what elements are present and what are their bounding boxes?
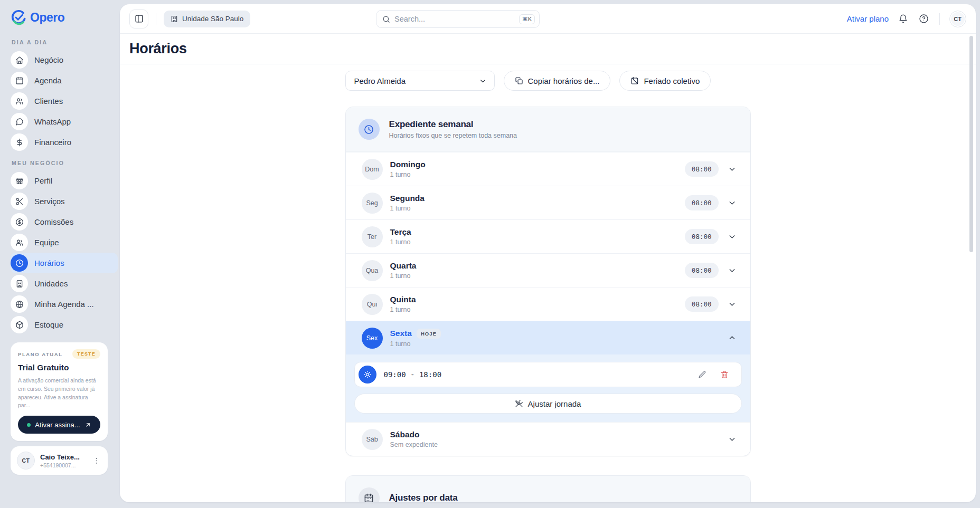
sidebar-item-label: WhatsApp — [34, 117, 71, 126]
day-meta: 1 turno — [390, 205, 425, 212]
day-meta: 1 turno — [390, 238, 411, 246]
plan-description: A ativação comercial ainda está em curso… — [18, 377, 100, 410]
sidebar-item-perfil[interactable]: Perfil — [11, 170, 108, 191]
plan-title: Trial Gratuito — [18, 363, 100, 372]
day-name: Domingo — [390, 160, 426, 169]
unit-selector[interactable]: Unidade São Paulo — [164, 11, 250, 27]
user-phone: +554190007... — [40, 462, 85, 468]
page-header: Horários — [120, 34, 976, 64]
sidebar-item-label: Perfil — [34, 176, 52, 185]
copy-icon — [515, 76, 523, 85]
user-name: Caio Teixe... — [40, 453, 85, 461]
sidebar-item-clientes[interactable]: Clientes — [11, 91, 108, 111]
sidebar-item-label: Clientes — [34, 97, 63, 106]
day-row-sexta[interactable]: Sex Sexta HOJE 1 turno — [346, 321, 750, 354]
day-row-quinta[interactable]: Qui Quinta 1 turno 08:00 — [346, 287, 750, 321]
employee-select[interactable]: Pedro Almeida — [345, 71, 495, 91]
delete-shift-button[interactable] — [719, 369, 730, 380]
avatar[interactable]: CT — [949, 11, 966, 27]
search-icon — [382, 15, 390, 23]
calendar-icon — [11, 72, 28, 89]
adjust-workday-label: Ajustar jornada — [528, 399, 581, 408]
weekly-schedule-card: Expediente semanal Horários fixos que se… — [345, 107, 751, 456]
weekly-card-header: Expediente semanal Horários fixos que se… — [346, 107, 750, 152]
sidebar-toggle-button[interactable] — [129, 9, 148, 28]
date-adjustments-header: Ajustes por data — [346, 476, 750, 502]
home-icon — [11, 51, 28, 69]
day-abbr-badge: Qui — [362, 294, 383, 315]
plan-card: PLANO ATUAL TESTE Trial Gratuito A ativa… — [11, 342, 108, 441]
sidebar-item-comissoes[interactable]: Comissões — [11, 212, 108, 232]
date-adjustments-card: Ajustes por data — [345, 475, 751, 502]
controls-row: Pedro Almeida Copiar horários de... Feri… — [345, 71, 751, 91]
day-row-segunda[interactable]: Seg Segunda 1 turno 08:00 — [346, 186, 750, 219]
activate-plan-link[interactable]: Ativar plano — [847, 14, 889, 23]
dollar-icon — [11, 133, 28, 151]
day-meta: 1 turno — [390, 340, 441, 348]
sidebar-item-financeiro[interactable]: Financeiro — [11, 132, 108, 152]
day-row-quarta[interactable]: Qua Quarta 1 turno 08:00 — [346, 253, 750, 287]
notifications-button[interactable] — [897, 13, 909, 25]
day-name: Quarta — [390, 261, 417, 271]
copy-schedules-label: Copiar horários de... — [528, 76, 600, 85]
edit-shift-button[interactable] — [697, 369, 708, 380]
section-label-dia-a-dia: DIA A DIA — [12, 39, 108, 45]
circle-dollar-icon — [11, 213, 28, 231]
sidebar-item-label: Comissões — [34, 217, 73, 226]
pencil-icon — [698, 370, 706, 379]
main-panel: Unidade São Paulo ⌘K Ativar plano CT — [120, 4, 976, 502]
sexta-expanded-panel: 09:00 - 18:00 Ajustar jornada — [346, 354, 750, 422]
adjust-workday-button[interactable]: Ajustar jornada — [354, 394, 742, 414]
panel-left-icon — [135, 14, 144, 23]
sidebar-item-agenda[interactable]: Agenda — [11, 70, 108, 91]
weekly-card-subtitle: Horários fixos que se repetem toda seman… — [389, 132, 517, 139]
clock-icon — [11, 254, 28, 272]
trash-icon — [720, 370, 729, 379]
date-adjustments-title: Ajustes por data — [389, 493, 458, 502]
chat-icon — [11, 113, 28, 130]
divider — [939, 13, 940, 25]
day-row-sabado[interactable]: Sáb Sábado Sem expediente — [346, 422, 750, 456]
activate-subscription-button[interactable]: Ativar assina... — [18, 416, 100, 434]
day-name: Segunda — [390, 194, 425, 203]
search-box[interactable]: ⌘K — [376, 10, 540, 28]
calendar-icon — [359, 487, 380, 502]
opero-logo-icon — [11, 9, 26, 25]
sidebar-item-estoque[interactable]: Estoque — [11, 314, 108, 335]
calendar-off-icon — [630, 76, 639, 85]
help-button[interactable] — [918, 13, 930, 25]
globe-icon — [11, 295, 28, 313]
sidebar-item-label: Agenda — [34, 76, 62, 85]
day-abbr-badge: Sex — [362, 328, 383, 349]
sidebar-item-negocio[interactable]: Negócio — [11, 50, 108, 70]
sidebar-item-whatsapp[interactable]: WhatsApp — [11, 111, 108, 132]
day-row-domingo[interactable]: Dom Domingo 1 turno 08:00 — [346, 152, 750, 186]
arrow-up-right-icon — [84, 421, 91, 428]
search-input[interactable] — [394, 15, 515, 23]
day-name: Sábado — [390, 430, 438, 439]
copy-schedules-button[interactable]: Copiar horários de... — [504, 71, 611, 91]
brand-logo[interactable]: Opero — [11, 9, 108, 25]
sidebar-item-minha-agenda[interactable]: Minha Agenda ... — [11, 294, 108, 314]
sidebar-item-unidades[interactable]: Unidades — [11, 273, 108, 294]
weekly-card-title: Expediente semanal — [389, 119, 517, 130]
sidebar-item-label: Horários — [34, 258, 64, 267]
divider — [156, 13, 156, 25]
sidebar-item-equipe[interactable]: Equipe — [11, 232, 108, 253]
sidebar-item-servicos[interactable]: Serviços — [11, 191, 108, 212]
users-icon — [11, 234, 28, 251]
user-card[interactable]: CT Caio Teixe... +554190007... — [11, 446, 108, 475]
sidebar-item-horarios[interactable]: Horários — [11, 253, 118, 273]
day-abbr-badge: Dom — [362, 159, 383, 180]
collective-holiday-button[interactable]: Feriado coletivo — [619, 71, 711, 91]
scissors-icon — [11, 193, 28, 210]
plan-eyebrow: PLANO ATUAL — [18, 351, 63, 357]
more-vertical-icon[interactable] — [90, 455, 102, 467]
vertical-scrollbar[interactable] — [969, 36, 973, 252]
day-row-terca[interactable]: Ter Terça 1 turno 08:00 — [346, 219, 750, 253]
clock-icon — [359, 119, 380, 140]
sidebar-item-label: Financeiro — [34, 138, 71, 147]
sidebar-item-label: Negócio — [34, 55, 63, 64]
chevron-down-icon — [728, 232, 737, 241]
chevron-down-icon — [728, 266, 737, 275]
